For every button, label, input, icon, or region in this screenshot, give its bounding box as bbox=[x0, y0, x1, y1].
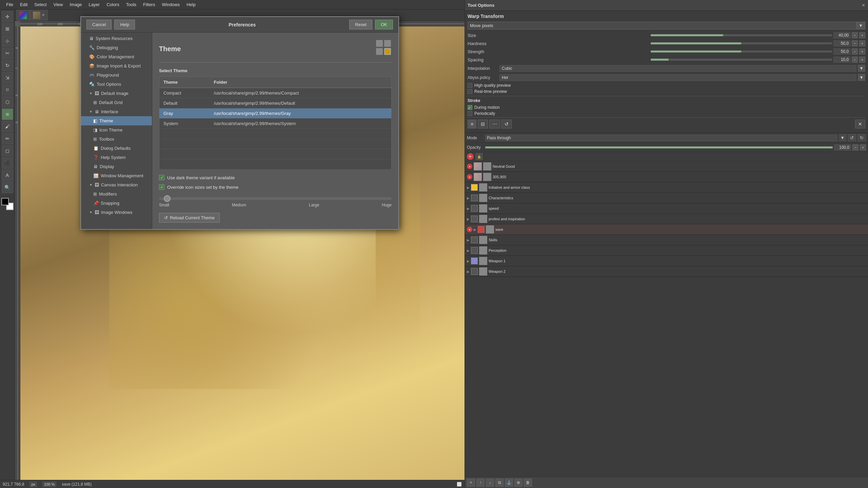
tool-eraser[interactable]: ◻ bbox=[2, 145, 13, 157]
menu-tools[interactable]: Tools bbox=[123, 1, 140, 8]
interpolation-value[interactable]: Cubic bbox=[499, 65, 856, 72]
periodically-checkbox[interactable] bbox=[468, 111, 472, 116]
menu-select[interactable]: Select bbox=[31, 1, 50, 8]
hardness-value[interactable]: 50,0 bbox=[833, 40, 850, 46]
tool-rotate[interactable]: ↻ bbox=[2, 60, 13, 71]
theme-row-default[interactable]: Default /usr/local/share/gimp/2.99/theme… bbox=[159, 98, 392, 108]
dark-theme-checkbox[interactable] bbox=[159, 175, 164, 180]
spacing-plus[interactable]: + bbox=[859, 57, 865, 63]
sidebar-item-tool-options[interactable]: 🔩 Tool Options bbox=[81, 80, 152, 89]
size-slider[interactable] bbox=[651, 34, 832, 36]
sidebar-item-snapping[interactable]: 📌 Snapping bbox=[81, 199, 152, 208]
menu-view[interactable]: View bbox=[50, 1, 66, 8]
sidebar-item-color-management[interactable]: 🎨 Color Management bbox=[81, 52, 152, 61]
layer-expand-profesi[interactable]: ▶ bbox=[467, 217, 470, 221]
layer-row[interactable]: ▶ Skills bbox=[465, 235, 868, 245]
duplicate-layer-btn[interactable]: ⧉ bbox=[495, 479, 504, 487]
new-layer-btn[interactable]: + bbox=[467, 479, 475, 487]
tool-paint[interactable]: 🖌 bbox=[2, 121, 13, 132]
theme-row-gray[interactable]: Gray /usr/local/share/gimp/2.99/themes/G… bbox=[159, 108, 392, 119]
strength-plus[interactable]: + bbox=[859, 48, 865, 55]
layer-expand-save[interactable]: ▶ bbox=[474, 228, 476, 231]
override-icon-sizes-checkbox[interactable] bbox=[159, 184, 164, 190]
during-motion-checkbox[interactable]: ✓ bbox=[468, 105, 472, 110]
sidebar-item-interface[interactable]: ▼ 🖥 Interface bbox=[81, 107, 152, 116]
layer-expand-perception[interactable]: ▶ bbox=[467, 249, 470, 252]
cancel-button[interactable]: Cancel bbox=[86, 20, 112, 29]
sidebar-item-debugging[interactable]: 🔧 Debugging bbox=[81, 43, 152, 52]
mode-value[interactable]: Pass through bbox=[485, 135, 837, 141]
sidebar-item-image-windows[interactable]: ▼ 🖼 Image Windows bbox=[81, 208, 152, 217]
sidebar-item-toolbox[interactable]: ⊞ Toolbox bbox=[81, 135, 152, 144]
anchor-layer-btn[interactable]: ⚓ bbox=[505, 479, 513, 487]
layer-row[interactable]: ▶ profesi and inspiration bbox=[465, 214, 868, 224]
hq-preview-checkbox[interactable] bbox=[468, 83, 472, 88]
warp-dropdown-arrow[interactable]: ▼ bbox=[856, 22, 865, 29]
menu-image[interactable]: Image bbox=[66, 1, 85, 8]
sidebar-item-window-management[interactable]: 🪟 Window Management bbox=[81, 171, 152, 180]
icon-size-slider[interactable] bbox=[159, 197, 392, 200]
tool-align[interactable]: ⊞ bbox=[2, 23, 13, 35]
tool-fill[interactable]: ⬛ bbox=[2, 157, 13, 169]
hardness-plus[interactable]: + bbox=[859, 40, 865, 46]
spacing-minus[interactable]: − bbox=[852, 57, 858, 63]
interpolation-arrow[interactable]: ▼ bbox=[858, 65, 865, 72]
layer-row[interactable]: ▶ Perception bbox=[465, 245, 868, 256]
tool-crop[interactable]: ✂ bbox=[2, 47, 13, 59]
realtime-preview-checkbox[interactable] bbox=[468, 89, 472, 94]
opacity-minus[interactable]: − bbox=[852, 144, 859, 150]
size-minus[interactable]: − bbox=[852, 32, 858, 38]
layer-down-btn[interactable]: ↓ bbox=[486, 479, 494, 487]
tool-transform[interactable]: ⊹ bbox=[2, 35, 13, 47]
menu-help[interactable]: Help bbox=[183, 1, 199, 8]
layers-icon-tab[interactable]: ≡ bbox=[468, 120, 476, 128]
strength-minus[interactable]: − bbox=[852, 48, 858, 55]
paths-icon-tab[interactable]: ⋯ bbox=[489, 120, 500, 128]
layer-expand-speed[interactable]: ▶ bbox=[467, 207, 470, 210]
sidebar-item-help-system[interactable]: ❓ Help System bbox=[81, 153, 152, 162]
layer-expand-weapon2[interactable]: ▶ bbox=[467, 270, 470, 273]
mode-redo-icon[interactable]: ↻ bbox=[857, 134, 866, 141]
layer-row[interactable]: ▶ Weapon 2 bbox=[465, 266, 868, 277]
layer-row[interactable]: ● Neutral Good bbox=[465, 161, 868, 172]
strength-slider[interactable] bbox=[651, 50, 832, 53]
sidebar-item-system-resources[interactable]: 🖥 System Resources bbox=[81, 34, 152, 43]
sidebar-item-playground[interactable]: 🎮 Playground bbox=[81, 70, 152, 80]
abyss-policy-value[interactable]: Her bbox=[499, 74, 856, 81]
sidebar-item-modifiers[interactable]: ⊞ Modifiers bbox=[81, 189, 152, 199]
layer-row[interactable]: ▶ speed bbox=[465, 203, 868, 214]
layer-eye-neutral[interactable]: ● bbox=[467, 164, 472, 169]
menu-edit[interactable]: Edit bbox=[17, 1, 31, 8]
layer-eye-save[interactable]: ● bbox=[467, 227, 472, 232]
layer-row[interactable]: ● ▶ save bbox=[465, 224, 868, 235]
menu-windows[interactable]: Windows bbox=[158, 1, 183, 8]
strength-value[interactable]: 50,0 bbox=[833, 48, 850, 55]
layer-vis-eye-icon[interactable]: 👁 bbox=[467, 153, 474, 160]
merge-layers-btn[interactable]: ⊕ bbox=[514, 479, 522, 487]
mode-dropdown-arrow[interactable]: ▼ bbox=[839, 134, 846, 141]
channels-icon-tab[interactable]: ⊟ bbox=[478, 120, 488, 128]
sidebar-item-default-grid[interactable]: ⊞ Default Grid bbox=[81, 98, 152, 107]
spacing-slider[interactable] bbox=[651, 59, 832, 61]
tool-scale[interactable]: ⇲ bbox=[2, 72, 13, 83]
tool-pencil[interactable]: ✏ bbox=[2, 133, 13, 144]
tool-move[interactable]: ✛ bbox=[2, 11, 13, 22]
opacity-value[interactable]: 100,0 bbox=[834, 144, 851, 150]
spacing-value[interactable]: 10,0 bbox=[833, 57, 850, 63]
size-value[interactable]: 40,00 bbox=[833, 32, 850, 38]
menu-layer[interactable]: Layer bbox=[85, 1, 103, 8]
sidebar-item-display[interactable]: 🖥 Display bbox=[81, 162, 152, 171]
opacity-slider[interactable] bbox=[485, 146, 833, 148]
tool-shear[interactable]: ⌑ bbox=[2, 84, 13, 96]
foreground-background-color[interactable] bbox=[1, 198, 14, 210]
abyss-policy-arrow[interactable]: ▼ bbox=[858, 74, 865, 81]
layer-row[interactable]: ▶ Initiative and armor class bbox=[465, 182, 868, 193]
delete-layer-btn[interactable]: 🗑 bbox=[524, 479, 532, 487]
menu-filters[interactable]: Filters bbox=[140, 1, 158, 8]
reload-theme-button[interactable]: ↺ Reload Current Theme bbox=[159, 213, 220, 223]
tool-zoom[interactable]: 🔍 bbox=[2, 182, 13, 193]
tool-perspective[interactable]: ⬡ bbox=[2, 96, 13, 108]
sidebar-item-image-import-export[interactable]: 📦 Image Import & Export bbox=[81, 61, 152, 70]
layer-expand-initiative[interactable]: ▶ bbox=[467, 186, 470, 189]
layer-expand-characteristics[interactable]: ▶ bbox=[467, 196, 470, 200]
